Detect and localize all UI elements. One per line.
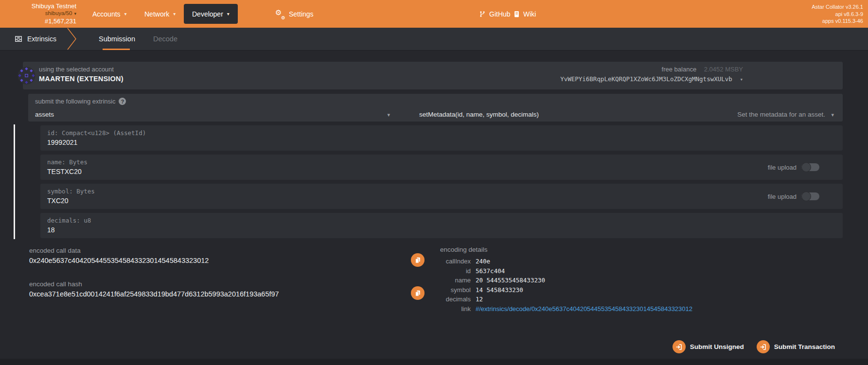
param-input-id[interactable]: 19992021 [47, 139, 77, 146]
toggle-knob [802, 192, 811, 201]
sign-in-icon [673, 340, 686, 353]
chevron-down-icon: ▾ [831, 112, 834, 118]
book-icon [514, 11, 520, 17]
chevron-down-icon: ▾ [173, 11, 176, 17]
file-upload-label: file upload [768, 164, 797, 171]
param-input-name[interactable]: TESTXC20 [47, 168, 82, 175]
nav-settings[interactable]: ⚙⚙ Settings [275, 0, 314, 28]
nav-developer[interactable]: Developer ▾ [184, 4, 238, 24]
file-upload-toggle[interactable] [801, 163, 819, 171]
copy-icon [414, 290, 421, 297]
method-selected: setMetadata(id, name, symbol, decimals) [419, 111, 539, 118]
encoded-call-hash-label: encoded call hash [29, 280, 82, 288]
gear-icon: ⚙⚙ [275, 9, 285, 19]
sign-in-icon [757, 340, 770, 353]
chevron-down-icon[interactable]: ▾ [740, 76, 743, 83]
decode-link[interactable]: #/extrinsics/decode/0x240e5637c404205445… [476, 305, 692, 313]
top-header: Shibuya Testnet shibuya/50▾ #1,567,231 A… [0, 0, 868, 28]
account-name: MAARTEN (EXTENSION) [39, 75, 124, 83]
nav-accounts[interactable]: Accounts ▾ [92, 0, 127, 28]
detail-row: symbol 14 5458433230 [440, 286, 692, 296]
copy-icon [414, 257, 421, 264]
account-address: YvWEPYi6BRqpLeKQRQP1XZoWc6JM3LoZDCXgMNgt… [560, 75, 732, 83]
method-description: Set the metadata for an asset. [737, 111, 825, 118]
param-field-symbol[interactable]: symbol: Bytes TXC20 file upload [40, 184, 843, 209]
param-field-decimals[interactable]: decimals: u8 18 [40, 213, 843, 238]
param-label: decimals: u8 [47, 217, 91, 224]
extrinsics-icon [15, 35, 22, 43]
param-field-id[interactable]: id: Compact<u128> (AssetId) 19992021 [40, 125, 843, 151]
encoding-details-title: encoding details [440, 246, 488, 253]
copy-call-data-button[interactable] [411, 253, 425, 267]
tab-decode[interactable]: Decode [153, 35, 177, 43]
account-identicon [17, 66, 36, 85]
detail-row: name 20 5445535458433230 [440, 277, 692, 286]
file-upload-toggle[interactable] [801, 192, 819, 200]
apps-version: apps v0.115.3-46 [812, 17, 863, 25]
param-input-decimals[interactable]: 18 [47, 226, 55, 234]
method-select[interactable]: setMetadata(id, name, symbol, decimals) … [419, 111, 834, 118]
wiki-link[interactable]: Wiki [514, 0, 536, 28]
chevron-down-icon: ▾ [124, 11, 127, 17]
params-left-bar [14, 124, 15, 239]
detail-row: id 5637c404 [440, 267, 692, 277]
detail-row: decimals 12 [440, 295, 692, 305]
param-field-name[interactable]: name: Bytes TESTXC20 file upload [40, 155, 843, 180]
param-label: id: Compact<u128> (AssetId) [47, 129, 146, 137]
pallet-select[interactable]: assets ▾ [35, 111, 395, 118]
detail-row-link: link #/extrinsics/decode/0x240e5637c4042… [440, 305, 692, 315]
param-label: name: Bytes [47, 158, 88, 166]
file-upload-label: file upload [768, 193, 797, 200]
api-version: api v8.6.3-9 [812, 11, 863, 18]
encoding-details: callIndex 240e id 5637c404 name 20 54455… [440, 258, 692, 314]
account-select[interactable]: using the selected account MAARTEN (EXTE… [23, 62, 843, 89]
block-number: #1,567,231 [0, 17, 76, 25]
github-link[interactable]: GitHub [479, 0, 511, 28]
network-selector[interactable]: Shibuya Testnet shibuya/50▾ #1,567,231 [0, 2, 76, 25]
chevron-down-icon: ▾ [387, 112, 390, 118]
footer-strip [0, 359, 868, 365]
encoded-call-data-value: 0x240e5637c40420544553545843323014545843… [29, 257, 209, 264]
chain-spec[interactable]: shibuya/50▾ [0, 10, 76, 17]
active-tab-indicator [103, 49, 130, 50]
extrinsics-page: Shibuya Testnet shibuya/50▾ #1,567,231 A… [0, 0, 868, 365]
version-info: Astar Collator v3.26.1 api v8.6.3-9 apps… [812, 3, 863, 25]
tab-bar: Extrinsics Submission Decode [0, 28, 868, 51]
encoded-call-hash-value: 0xcea371e8e51cd0014241f6af2549833d19bd47… [29, 290, 279, 298]
nav-network[interactable]: Network ▾ [144, 0, 176, 28]
git-branch-icon [479, 11, 486, 17]
extrinsic-card: submit the following extrinsic ? assets … [28, 94, 843, 122]
param-input-symbol[interactable]: TXC20 [47, 197, 69, 205]
free-balance-value: 2.0452 MSBY [704, 66, 743, 73]
encoded-call-data-label: encoded call data [29, 247, 81, 254]
pallet-selected: assets [35, 111, 54, 118]
extrinsic-section-label: submit the following extrinsic [35, 98, 115, 105]
submit-unsigned-button[interactable]: Submit Unsigned [673, 340, 744, 353]
submit-actions: Submit Unsigned Submit Transaction [673, 340, 835, 353]
submit-transaction-button[interactable]: Submit Transaction [757, 340, 835, 353]
free-balance-label: free balance [662, 66, 697, 73]
section-title: Extrinsics [27, 35, 56, 43]
param-label: symbol: Bytes [47, 188, 95, 195]
chain-name: Shibuya Testnet [0, 2, 76, 10]
help-icon[interactable]: ? [119, 98, 126, 105]
tab-submission[interactable]: Submission [99, 35, 135, 43]
account-select-label: using the selected account [39, 66, 124, 73]
chevron-down-icon: ▾ [227, 11, 230, 17]
copy-call-hash-button[interactable] [411, 286, 425, 300]
chevron-down-icon: ▾ [74, 11, 76, 16]
breadcrumb-chevron [66, 28, 78, 50]
detail-row: callIndex 240e [440, 258, 692, 267]
toggle-knob [802, 163, 811, 172]
node-version: Astar Collator v3.26.1 [812, 3, 863, 11]
